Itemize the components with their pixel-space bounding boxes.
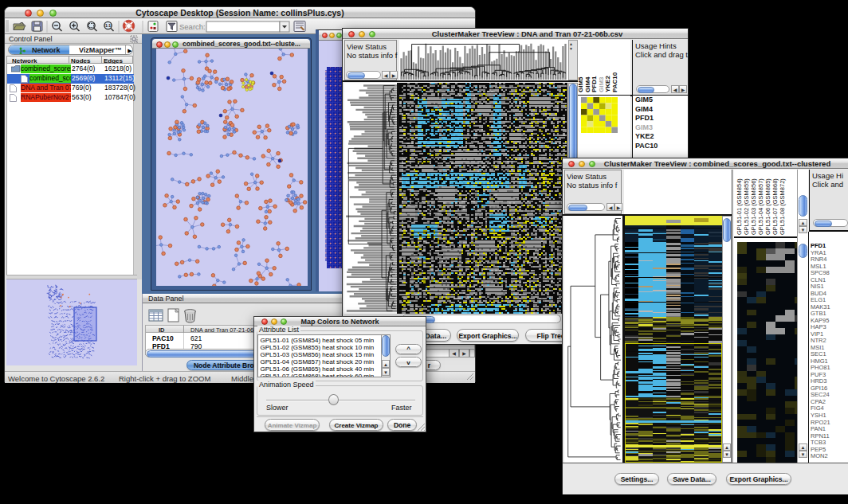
svg-text:PAC10: PAC10 (611, 72, 618, 92)
svg-text:GPL51-02 (GSM855): GPL51-02 (GSM855) (743, 178, 750, 235)
svg-text:GPL51-08 (GSM872): GPL51-08 (GSM872) (779, 178, 786, 235)
svg-text:GPL51-03 (GSM856): GPL51-03 (GSM856) (750, 178, 757, 235)
svg-text:GPL51-06 (GSM865): GPL51-06 (GSM865) (764, 178, 771, 235)
svg-text:Search:: Search: (179, 22, 206, 31)
svg-text:1:1: 1:1 (105, 23, 111, 28)
svg-text:GPL51-01 (GSM854): GPL51-01 (GSM854) (736, 178, 743, 235)
svg-text:GPL51-07 (GSM868): GPL51-07 (GSM868) (771, 178, 779, 235)
svg-text:GPL51-04 (GSM857): GPL51-04 (GSM857) (757, 178, 764, 235)
